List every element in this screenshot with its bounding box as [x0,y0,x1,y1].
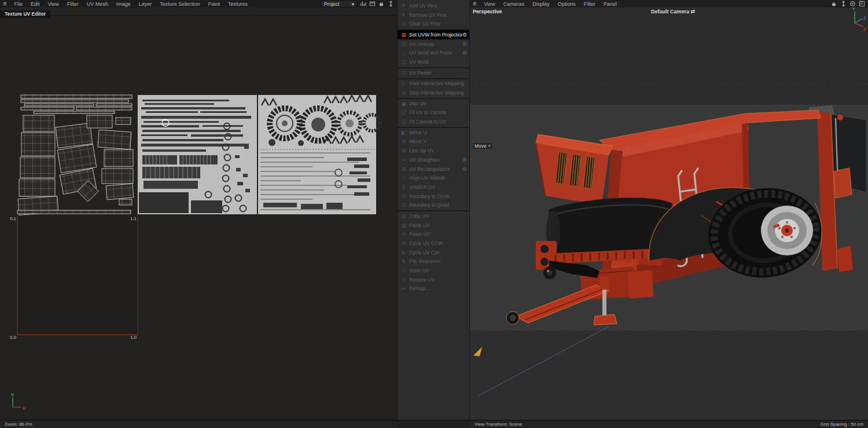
palette-item-paste-uv[interactable]: ▥ Paste UV [398,221,469,230]
uv-tile-dense[interactable] [138,95,257,214]
palette-item-icon: ▤ [400,213,407,219]
palette-item-fit-uv-to-canvas[interactable]: ◱ Fit UV to Canvas [398,108,469,118]
uv-editor-menus: FileEditViewFilterUV MeshImageLayerTextu… [10,1,252,7]
hand-icon[interactable] [378,1,385,7]
hamburger-menu-icon[interactable]: ≡ [3,0,6,8]
palette-item-start-interactive-mapping[interactable]: ▷ Start Interactive Mapping [398,78,469,89]
menu-item-options[interactable]: Options [554,1,580,7]
menu-item-file[interactable]: File [10,1,27,7]
gear-icon[interactable]: ⚙ [462,157,467,163]
palette-item-label: Fit UV to Canvas [409,109,469,115]
palette-item-icon: ◡ [400,50,407,56]
menu-item-textures[interactable]: Textures [224,1,252,7]
menu-item-filter[interactable]: Filter [63,1,83,7]
palette-item-line-up-uv[interactable]: ⊠ Line Up UV [398,146,469,155]
palette-item-icon: ▣ [400,101,407,107]
palette-item-label: Cycle UV CW [409,250,469,255]
palette-item-add-uv-pins[interactable]: ⌖ Add UV Pins [398,1,469,10]
menu-item-panel[interactable]: Panel [599,1,621,7]
axis-y-label: Y [852,8,855,11]
palette-item-uv-straighten[interactable]: ≡ UV Straighten ⚙ [398,155,469,164]
palette-item-fit-canvas-to-uv[interactable]: ◲ Fit Canvas to UV [398,117,469,126]
orbit-rotate-icon[interactable] [849,1,856,7]
menu-item-paint[interactable]: Paint [204,1,224,7]
palette-item-uv-rectangularize[interactable]: ⊞ UV Rectangularize ⚙ [398,164,469,174]
palette-item-set-uvw-from-projection[interactable]: ▦ Set UVW from Projection ⚙ [398,29,469,39]
palette-item-icon: ↻ [400,250,407,255]
viewport-toolbar [831,1,868,7]
palette-item-reset-uv[interactable]: ⟲ Reset UV [398,230,469,239]
zoom-status: Zoom: 86.0% [5,422,32,427]
frame-icon[interactable] [369,1,376,7]
uv-tile-tires[interactable] [258,95,380,214]
palette-item-clear-uv-pins[interactable]: × Clear UV Pins [398,19,469,28]
uv-unit-square[interactable] [17,215,138,335]
palette-item-boundary-to-circle[interactable]: ⊙ Boundary to Circle [398,192,469,201]
palette-item-store-uv[interactable]: ⇩ Store UV [398,266,469,275]
hand-icon[interactable] [831,1,837,7]
palette-item-uv-peeler[interactable]: ◳ UV Peeler [398,67,469,78]
palette-item-uv-weld-and-relax[interactable]: ◡ UV Weld and Relax ⚙ [398,48,469,57]
default-camera-selector[interactable]: Default Camera ⇄ [635,9,711,14]
palette-item-uv-unwrap[interactable]: ◰ UV Unwrap ⚙ [398,39,469,49]
histogram-icon[interactable] [360,1,366,7]
palette-item-icon: ⇩ [400,268,407,273]
palette-item-label: Boundary to Quad [409,202,469,208]
viewport-view-label: Perspective [473,9,502,14]
palette-item-icon: ∷ [400,175,407,181]
palette-item-cycle-uv-cw[interactable]: ↻ Cycle UV CW [398,248,469,257]
uv-canvas[interactable]: 0,1 1,1 0,0 1,0 V U [0,16,397,420]
pan-updown-icon[interactable] [840,1,847,7]
palette-item-label: UV Unwrap [409,41,462,47]
palette-item-mirror-v[interactable]: ⊟ Mirror V [398,137,469,147]
maximize-view-icon[interactable] [859,1,865,7]
tab-texture-uv-editor[interactable]: Texture UV Editor [0,10,50,18]
menu-item-uv-mesh[interactable]: UV Mesh [83,1,112,7]
palette-item-boundary-to-quad[interactable]: ⊡ Boundary to Quad [398,200,469,210]
camera-label: Default Camera [651,9,689,14]
gear-icon[interactable]: ⚙ [462,50,467,56]
uv-label-01: 0,1 [10,216,17,221]
menu-item-cameras[interactable]: Cameras [499,1,529,7]
viewport-statusbar: View Transform: Scene Grid Spacing : 50 … [470,420,868,428]
palette-item-remap[interactable]: ↦ Remap... [398,284,469,294]
palette-item-align-uv-islands[interactable]: ∷ Align UV Islands [398,173,469,182]
project-dropdown[interactable]: Project ▾ [321,0,357,8]
palette-item-restore-uv[interactable]: ⇧ Restore UV [398,275,469,284]
hamburger-menu-icon[interactable]: ≡ [473,0,476,8]
gear-icon[interactable]: ⚙ [462,41,467,47]
palette-item-label: Copy UV [409,213,469,219]
viewport-3d[interactable]: Y Z X Perspective Default Camera ⇄ Move … [470,8,868,420]
menu-item-edit[interactable]: Edit [27,1,44,7]
palette-item-uv-weld[interactable]: ◫ UV Weld [398,57,469,67]
palette-item-icon: ⊟ [400,138,407,144]
menu-item-filter[interactable]: Filter [580,1,599,7]
palette-item-remove-uv-pins[interactable]: ⌖ Remove UV Pins [398,10,469,20]
uv-islands-drawing: 0,1 1,1 0,0 1,0 V U [0,16,397,420]
palette-item-icon: ◳ [400,70,407,76]
palette-item-max-uv[interactable]: ▣ Max UV [398,98,469,108]
gear-icon[interactable]: ⚙ [462,166,467,172]
pan-updown-icon[interactable] [388,1,394,7]
project-dropdown-label: Project [324,1,339,7]
palette-item-mirror-u[interactable]: ◧ Mirror U [398,127,469,137]
palette-item-label: Store UV [409,268,469,273]
uv-axis-u-label: U [23,405,25,411]
menu-item-layer[interactable]: Layer [135,1,156,7]
menu-item-view[interactable]: View [43,1,62,7]
gear-icon[interactable]: ⚙ [462,32,467,38]
palette-item-icon: ◱ [400,109,407,115]
menu-item-view[interactable]: View [480,1,499,7]
palette-item-label: Remap... [409,286,469,291]
palette-item-stop-interactive-mapping[interactable]: ⊘ Stop Interactive Mapping [398,88,469,97]
palette-item-cycle-uv-ccw[interactable]: ↺ Cycle UV CCW [398,239,469,248]
palette-item-copy-uv[interactable]: ▤ Copy UV [398,210,469,221]
menu-item-image[interactable]: Image [112,1,135,7]
uv-label-00: 0,0 [10,335,17,340]
palette-item-unstitch-uv[interactable]: ∥ Unstitch UV [398,182,469,192]
uv-tile-wireframe[interactable] [17,95,134,215]
palette-item-flip-sequence[interactable]: ⇅ Flip Sequence [398,257,469,266]
palette-item-label: Restore UV [409,277,469,283]
menu-item-display[interactable]: Display [528,1,554,7]
menu-item-texture-selection[interactable]: Texture Selection [156,1,204,7]
